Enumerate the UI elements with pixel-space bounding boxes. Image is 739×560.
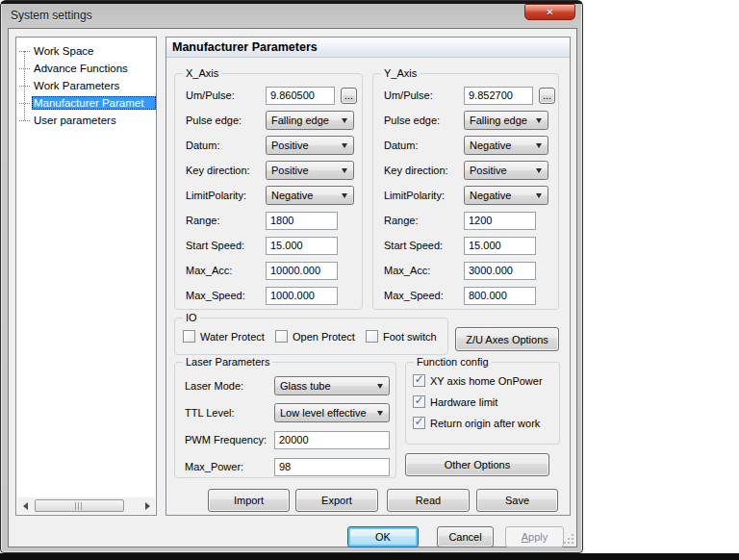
x-max-speed-input[interactable] <box>266 287 338 305</box>
export-button[interactable]: Export <box>295 489 378 512</box>
y-um-pulse-browse-button[interactable]: ... <box>539 88 555 104</box>
io-group-title: IO <box>183 311 200 324</box>
scroll-right-button[interactable] <box>140 497 155 514</box>
pwm-frequency-input[interactable] <box>274 431 390 449</box>
io-group: IO Water Protect Open Protect Foot switc… <box>174 318 448 355</box>
field-label: Key direction: <box>384 165 464 176</box>
field-label: Pulse edge: <box>384 115 464 126</box>
foot-switch-checkbox-item[interactable]: Foot switch <box>366 330 437 343</box>
checkbox-icon[interactable] <box>366 330 378 343</box>
water-protect-checkbox-item[interactable]: Water Protect <box>183 330 265 343</box>
max-power-row: Max_Power: <box>175 453 395 480</box>
checkbox-label: Hardware limit <box>430 396 497 408</box>
system-settings-window: System settings ✕ Work Space Advance Fun… <box>0 0 583 553</box>
settings-tree-panel: Work Space Advance Functions Work Parame… <box>15 37 157 516</box>
y-pulse-edge-dropdown[interactable]: Falling edge <box>464 111 548 130</box>
tree-connector <box>19 120 30 121</box>
dropdown-arrow-icon <box>536 168 542 173</box>
return-origin-checkbox-item[interactable]: Return origin after work <box>413 417 540 429</box>
manufacturer-parameters-panel: Manufacturer Parameters X_Axis Um/Pulse:… <box>166 37 571 516</box>
x-limit-polarity-dropdown[interactable]: Negative <box>266 186 354 205</box>
tree-item-label: Work Space <box>32 44 95 58</box>
read-button[interactable]: Read <box>387 489 470 512</box>
tree-connector <box>19 68 30 69</box>
x-pulse-edge-row: Pulse edge: Falling edge <box>175 108 362 133</box>
scrollbar-grip-icon <box>75 502 84 510</box>
tree-horizontal-scrollbar[interactable] <box>17 497 155 514</box>
checkbox-icon[interactable] <box>413 395 425 408</box>
tree-item-work-parameters[interactable]: Work Parameters <box>16 77 156 94</box>
xy-home-checkbox-item[interactable]: XY axis home OnPower <box>413 374 543 387</box>
y-um-pulse-row: Um/Pulse: ... <box>373 83 558 108</box>
open-protect-checkbox-item[interactable]: Open Protect <box>275 330 355 343</box>
save-button[interactable]: Save <box>476 489 558 512</box>
max-power-input[interactable] <box>274 458 390 476</box>
checkbox-icon[interactable] <box>413 374 425 387</box>
dropdown-value: Positive <box>271 140 309 151</box>
dialog-client-area: Work Space Advance Functions Work Parame… <box>8 28 577 547</box>
y-max-speed-input[interactable] <box>464 287 536 305</box>
x-um-pulse-browse-button[interactable]: ... <box>341 88 357 104</box>
y-start-speed-input[interactable] <box>464 237 536 255</box>
ttl-level-dropdown[interactable]: Low level effective <box>274 403 390 422</box>
y-max-acc-input[interactable] <box>464 262 536 280</box>
x-axis-group: X_Axis Um/Pulse: ... Pulse edge: Falling… <box>174 73 363 310</box>
x-max-acc-input[interactable] <box>266 262 338 280</box>
tree-item-advance-functions[interactable]: Advance Functions <box>16 60 156 77</box>
screen-bottom-edge <box>0 553 739 560</box>
cancel-button[interactable]: Cancel <box>437 526 494 547</box>
scroll-right-icon <box>145 502 150 510</box>
x-um-pulse-input[interactable] <box>266 87 335 105</box>
field-label: Range: <box>186 215 266 226</box>
checkbox-icon[interactable] <box>183 330 195 343</box>
x-max-speed-row: Max_Speed: <box>175 283 362 308</box>
zu-axes-options-button[interactable]: Z/U Axes Options <box>455 327 559 351</box>
field-label: Um/Pulse: <box>384 89 464 101</box>
tree-item-label: Manufacturer Paramet <box>32 96 156 110</box>
checkbox-label: Foot switch <box>383 331 437 343</box>
y-datum-row: Datum: Negative <box>373 133 558 158</box>
field-label: Datum: <box>186 140 266 151</box>
window-title: System settings <box>11 9 92 22</box>
import-button[interactable]: Import <box>208 489 290 512</box>
checkbox-label: XY axis home OnPower <box>430 375 543 387</box>
x-max-acc-row: Max_Acc: <box>175 258 362 283</box>
field-label: Max_Acc: <box>186 265 266 276</box>
scroll-left-button[interactable] <box>17 497 33 514</box>
field-label: Max_Speed: <box>186 290 266 301</box>
dropdown-arrow-icon <box>342 193 347 198</box>
tree-item-user-parameters[interactable]: User parameters <box>16 112 156 129</box>
field-label: TTL Level: <box>185 407 274 419</box>
y-pulse-edge-row: Pulse edge: Falling edge <box>373 108 558 133</box>
other-options-button[interactable]: Other Options <box>405 453 549 476</box>
y-limit-polarity-dropdown[interactable]: Negative <box>464 186 548 205</box>
y-um-pulse-input[interactable] <box>464 87 533 105</box>
close-button[interactable]: ✕ <box>524 4 575 20</box>
hardware-limit-checkbox-item[interactable]: Hardware limit <box>413 395 497 408</box>
checkbox-label: Water Protect <box>200 331 265 343</box>
tree-connector <box>19 51 30 52</box>
y-key-direction-dropdown[interactable]: Positive <box>464 161 548 180</box>
x-start-speed-input[interactable] <box>266 237 338 255</box>
x-key-direction-dropdown[interactable]: Positive <box>266 161 354 180</box>
tree-item-manufacturer-parameters[interactable]: Manufacturer Paramet <box>16 94 156 112</box>
checkbox-icon[interactable] <box>413 417 425 429</box>
ttl-level-row: TTL Level: Low level effective <box>175 399 395 426</box>
field-label: LimitPolarity: <box>186 190 266 201</box>
apply-button[interactable]: Apply <box>505 526 564 547</box>
x-range-input[interactable] <box>266 212 338 230</box>
laser-mode-dropdown[interactable]: Glass tube <box>274 376 390 395</box>
x-key-direction-row: Key direction: Positive <box>175 158 362 183</box>
scrollbar-thumb[interactable] <box>35 499 124 512</box>
x-pulse-edge-dropdown[interactable]: Falling edge <box>266 111 354 130</box>
y-range-input[interactable] <box>464 212 536 230</box>
tree-item-work-space[interactable]: Work Space <box>16 42 156 60</box>
titlebar[interactable]: System settings ✕ <box>1 1 582 27</box>
x-datum-dropdown[interactable]: Positive <box>266 136 354 155</box>
y-datum-dropdown[interactable]: Negative <box>464 136 548 155</box>
field-label: PWM Frequency: <box>185 434 274 445</box>
ok-button[interactable]: OK <box>347 526 419 547</box>
x-datum-row: Datum: Positive <box>175 133 362 158</box>
checkbox-icon[interactable] <box>275 330 288 343</box>
resize-grip-icon[interactable] <box>563 533 574 545</box>
